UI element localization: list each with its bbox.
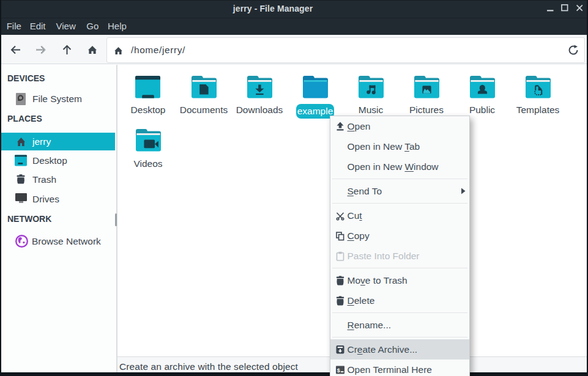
svg-text:$: $ [337,367,340,373]
